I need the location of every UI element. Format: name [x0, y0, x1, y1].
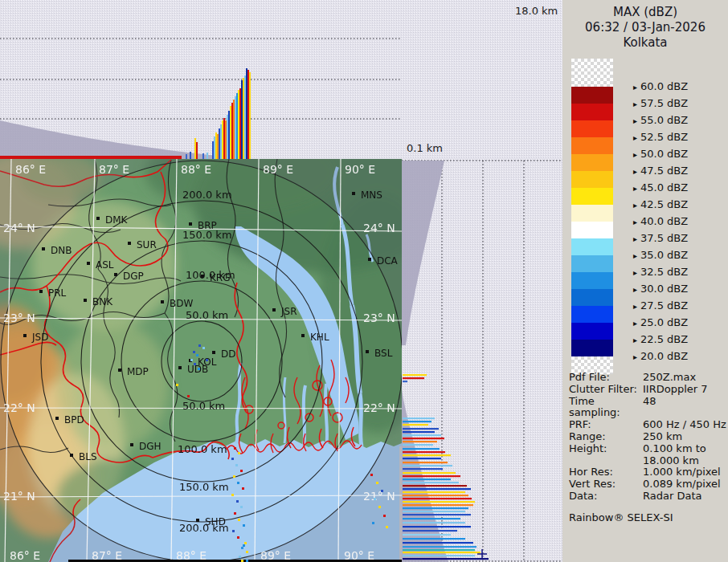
station-marker [114, 273, 117, 276]
colorbar-cell [571, 171, 613, 188]
colorbar-label-row: ▸52.5 dBZ [633, 131, 688, 143]
colorbar-cell [571, 289, 613, 306]
echo-bar [403, 468, 443, 470]
echo-speck [240, 470, 243, 472]
colorbar-boundary-label: 55.0 dBZ [640, 114, 688, 126]
metadata-value: 1.000 km/pixel [643, 466, 728, 479]
metadata-label: Hor Res: [569, 466, 643, 479]
echo-bar [403, 549, 475, 551]
station-label: KRG [210, 272, 231, 283]
parallel-label-right: 22° N [363, 401, 395, 414]
top-panel-terrain-wedge [0, 120, 249, 159]
metadata-value: 48 [643, 396, 728, 420]
station-marker [39, 290, 43, 293]
echo-bar [403, 444, 433, 446]
colorbar-boundary-label: 57.5 dBZ [640, 97, 688, 109]
echo-bar [403, 462, 448, 463]
echo-speck [376, 482, 378, 484]
metadata-row: Height:0.100 km to [569, 443, 728, 455]
station-marker [178, 366, 182, 369]
colorbar-tick-icon: ▸ [633, 336, 637, 344]
colorbar-boundary-label: 60.0 dBZ [640, 80, 688, 92]
echo-bar [403, 558, 489, 560]
metadata-value: 250 km [643, 431, 728, 443]
metadata-row: Vert Res:0.089 km/pixel [569, 479, 728, 491]
colorbar-tick-icon: ▸ [633, 302, 637, 311]
colorbar-tick-icon: ▸ [633, 319, 637, 328]
metadata-value: 18.000 km [643, 455, 728, 467]
colorbar-boundary-label: 32.5 dBZ [640, 266, 688, 278]
metadata-row: PRF:600 Hz / 450 Hz [569, 419, 728, 431]
station-label: PRL [48, 287, 67, 299]
colorbar-cell [571, 323, 613, 340]
station-label: SHD [205, 516, 226, 527]
station-marker [189, 222, 192, 226]
top-panel-gridlines [0, 39, 402, 119]
radar-site-name: Kolkata [562, 35, 728, 51]
station-label: BLS [79, 451, 97, 462]
echo-speck [246, 551, 248, 553]
echo-bar [403, 458, 441, 459]
echo-bar [403, 495, 468, 496]
meridian-label-top: 88° E [181, 163, 211, 176]
side-panel-terrain-wedge-upper [402, 161, 444, 345]
echo-column [239, 88, 241, 159]
metadata-row: Range:250 km [569, 431, 728, 443]
echo-bar [403, 542, 473, 544]
parallel-label-right: 23° N [363, 312, 395, 324]
echo-column [233, 100, 235, 159]
top-height-projection-panel [0, 0, 562, 159]
station-label: DMK [105, 214, 129, 226]
colorbar-cell [571, 340, 613, 356]
reflectivity-colorbar [571, 59, 613, 374]
colorbar-label-row: ▸60.0 dBZ [633, 80, 688, 92]
colorbar-boundary-label: 45.0 dBZ [640, 181, 688, 193]
echo-bar [403, 511, 465, 512]
echo-speck [206, 359, 208, 361]
station-marker [96, 217, 100, 220]
station-marker [130, 443, 133, 446]
echo-bar [403, 504, 473, 506]
colorbar-boundary-label: 52.5 dBZ [640, 131, 688, 143]
colorbar-label-row: ▸50.0 dBZ [633, 148, 688, 160]
range-ring-label: 50.0 km [182, 400, 225, 412]
station-label: MDP [127, 366, 149, 377]
metadata-label: PRF: [569, 419, 643, 431]
station-marker [212, 351, 215, 354]
metadata-row: Time sampling:48 [569, 396, 728, 420]
colorbar-label-row: ▸25.0 dBZ [633, 316, 688, 328]
meridian-label-top: 86° E [15, 163, 46, 176]
echo-speck [386, 526, 388, 528]
metadata-label: Range: [569, 431, 643, 443]
station-marker [196, 519, 199, 522]
echo-column [231, 103, 233, 159]
echo-bar [403, 421, 431, 422]
echo-bar [403, 454, 451, 456]
metadata-value: 600 Hz / 450 Hz [643, 419, 728, 431]
colorbar-boundary-label: 22.5 dBZ [640, 333, 688, 345]
metadata-row: Hor Res:1.000 km/pixel [569, 466, 728, 479]
station-label: BRP [198, 220, 217, 231]
parallel-label-right: 24° N [363, 222, 395, 234]
echo-speck [196, 354, 198, 356]
echo-speck [241, 547, 243, 549]
station-label: BPD [64, 414, 84, 426]
station-label: DGP [123, 271, 144, 282]
echo-column [249, 72, 251, 159]
echo-speck [187, 395, 190, 397]
echo-bar [403, 441, 437, 442]
meridian-label-bottom: 86° E [10, 549, 40, 562]
colorbar-cell [571, 154, 613, 171]
side-panel-height-label: 0.1 km [407, 142, 443, 154]
colorbar-label-row: ▸32.5 dBZ [633, 266, 688, 278]
side-panel-range-marker [477, 549, 487, 559]
meridian-label-top: 87° E [99, 163, 129, 176]
colorbar-boundary-label: 20.0 dBZ [640, 350, 688, 362]
colorbar-tick-icon: ▸ [633, 150, 637, 159]
echo-speck [374, 498, 376, 500]
echo-speck [193, 351, 195, 353]
metadata-value: 0.089 km/pixel [643, 479, 728, 491]
echo-bar [403, 482, 459, 483]
echo-bar [403, 465, 452, 466]
colorbar-tick-icon: ▸ [633, 133, 637, 142]
